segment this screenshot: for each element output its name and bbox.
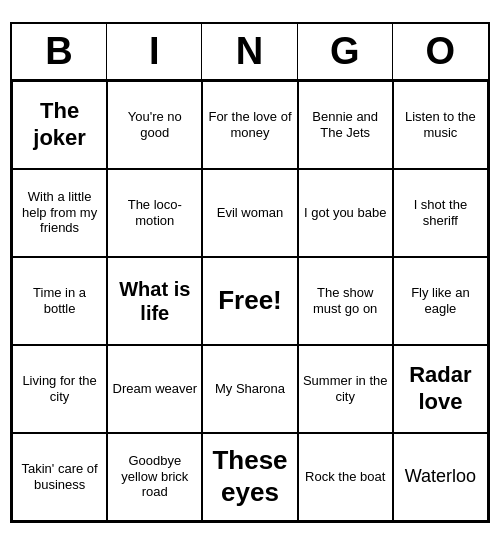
header-letter-i: I [107, 24, 202, 79]
bingo-cell-20: Takin' care of business [12, 433, 107, 521]
bingo-cell-5: With a little help from my friends [12, 169, 107, 257]
bingo-cell-8: I got you babe [298, 169, 393, 257]
bingo-cell-0: The joker [12, 81, 107, 169]
header-letter-n: N [202, 24, 297, 79]
bingo-header: BINGO [12, 24, 488, 81]
bingo-card: BINGO The jokerYou're no goodFor the lov… [10, 22, 490, 523]
bingo-cell-16: Dream weaver [107, 345, 202, 433]
bingo-cell-22: These eyes [202, 433, 297, 521]
bingo-cell-6: The loco-motion [107, 169, 202, 257]
bingo-cell-1: You're no good [107, 81, 202, 169]
bingo-cell-14: Fly like an eagle [393, 257, 488, 345]
bingo-cell-7: Evil woman [202, 169, 297, 257]
bingo-cell-19: Radar love [393, 345, 488, 433]
bingo-cell-4: Listen to the music [393, 81, 488, 169]
header-letter-b: B [12, 24, 107, 79]
bingo-grid: The jokerYou're no goodFor the love of m… [12, 81, 488, 521]
bingo-cell-9: I shot the sheriff [393, 169, 488, 257]
bingo-cell-18: Summer in the city [298, 345, 393, 433]
header-letter-o: O [393, 24, 488, 79]
bingo-cell-12: Free! [202, 257, 297, 345]
bingo-cell-15: Living for the city [12, 345, 107, 433]
bingo-cell-11: What is life [107, 257, 202, 345]
bingo-cell-13: The show must go on [298, 257, 393, 345]
bingo-cell-23: Rock the boat [298, 433, 393, 521]
bingo-cell-21: Goodbye yellow brick road [107, 433, 202, 521]
bingo-cell-10: Time in a bottle [12, 257, 107, 345]
bingo-cell-2: For the love of money [202, 81, 297, 169]
bingo-cell-24: Waterloo [393, 433, 488, 521]
bingo-cell-17: My Sharona [202, 345, 297, 433]
bingo-cell-3: Bennie and The Jets [298, 81, 393, 169]
header-letter-g: G [298, 24, 393, 79]
